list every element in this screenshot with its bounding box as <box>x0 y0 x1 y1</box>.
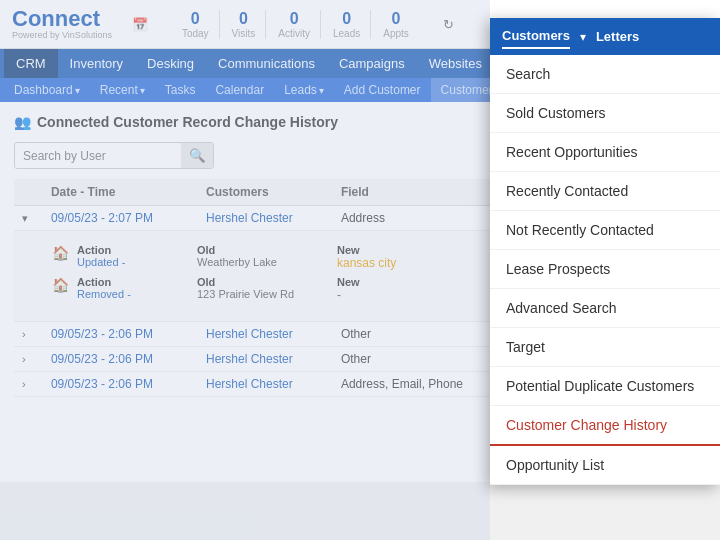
row-field: Other <box>333 347 514 372</box>
dropdown-item-target[interactable]: Target <box>490 328 720 367</box>
refresh-icon[interactable]: ↻ <box>443 17 454 32</box>
new-value: kansas city <box>337 256 477 270</box>
row-datetime[interactable]: 09/05/23 - 2:06 PM <box>43 322 198 347</box>
dropdown-item-customer-change-history[interactable]: Customer Change History <box>490 406 720 446</box>
dropdown-item-sold-customers[interactable]: Sold Customers <box>490 94 720 133</box>
nav-crm[interactable]: CRM <box>4 49 58 78</box>
dropdown-item-potential-duplicate-customers[interactable]: Potential Duplicate Customers <box>490 367 720 406</box>
dropdown-header-customers[interactable]: Customers <box>502 24 570 49</box>
nav-campaigns[interactable]: Campaigns <box>327 49 417 78</box>
home-icon: 🏠 <box>52 277 69 293</box>
page-title: Connected Customer Record Change History <box>37 114 338 130</box>
expand-btn[interactable]: › <box>22 378 26 390</box>
expand-btn[interactable]: › <box>22 328 26 340</box>
calendar-icon[interactable]: 📅 <box>132 17 148 32</box>
row-field: Address <box>333 206 514 231</box>
row-datetime[interactable]: 09/05/23 - 2:06 PM <box>43 347 198 372</box>
subnav-calendar[interactable]: Calendar <box>205 78 274 102</box>
search-input[interactable] <box>15 145 181 167</box>
search-button[interactable]: 🔍 <box>181 143 214 168</box>
col-field: Field <box>333 179 514 206</box>
col-datetime: Date - Time <box>43 179 198 206</box>
subnav-leads[interactable]: Leads <box>274 78 334 102</box>
action-col: Action Updated - <box>77 244 197 268</box>
dropdown-header: Customers▾Letters <box>490 18 720 55</box>
subnav-tasks[interactable]: Tasks <box>155 78 206 102</box>
stat-appts: 0Appts <box>373 10 419 39</box>
row-customer[interactable]: Hershel Chester <box>198 347 333 372</box>
stat-today: 0Today <box>172 10 220 39</box>
row-field: Other <box>333 322 514 347</box>
row-datetime[interactable]: 09/05/23 - 2:07 PM <box>43 206 198 231</box>
app-logo: Connect Powered by VinSolutions <box>12 8 112 40</box>
col-customers: Customers <box>198 179 333 206</box>
subnav-recent[interactable]: Recent <box>90 78 155 102</box>
stat-leads: 0Leads <box>323 10 371 39</box>
customers-dropdown: Customers▾Letters SearchSold CustomersRe… <box>490 18 720 485</box>
header-stats: 0Today0Visits0Activity0Leads0Appts <box>172 10 419 39</box>
stat-activity: 0Activity <box>268 10 321 39</box>
logo-sub-text: Powered by VinSolutions <box>12 30 112 40</box>
new-col: New - <box>337 276 477 302</box>
stat-visits: 0Visits <box>222 10 267 39</box>
nav-communications[interactable]: Communications <box>206 49 327 78</box>
nav-inventory[interactable]: Inventory <box>58 49 135 78</box>
dropdown-item-search[interactable]: Search <box>490 55 720 94</box>
logo-connect-text: Connect <box>12 8 112 30</box>
search-box[interactable]: 🔍 <box>14 142 214 169</box>
dropdown-item-advanced-search[interactable]: Advanced Search <box>490 289 720 328</box>
new-col: New kansas city <box>337 244 477 270</box>
people-icon: 👥 <box>14 114 31 130</box>
nav-websites[interactable]: Websites <box>417 49 494 78</box>
row-datetime[interactable]: 09/05/23 - 2:06 PM <box>43 372 198 397</box>
dropdown-item-recent-opportunities[interactable]: Recent Opportunities <box>490 133 720 172</box>
nav-desking[interactable]: Desking <box>135 49 206 78</box>
subnav-add-customer[interactable]: Add Customer <box>334 78 431 102</box>
row-customer[interactable]: Hershel Chester <box>198 206 333 231</box>
expand-btn[interactable]: › <box>22 353 26 365</box>
old-col: Old 123 Prairie View Rd <box>197 276 337 300</box>
subnav-dashboard[interactable]: Dashboard <box>4 78 90 102</box>
action-col: Action Removed - <box>77 276 197 300</box>
home-icon: 🏠 <box>52 245 69 261</box>
row-customer[interactable]: Hershel Chester <box>198 372 333 397</box>
dropdown-header-letters[interactable]: Letters <box>596 25 639 48</box>
col-expand <box>14 179 43 206</box>
dropdown-chevron-icon: ▾ <box>580 30 586 44</box>
new-value: - <box>337 288 477 302</box>
dropdown-item-recently-contacted[interactable]: Recently Contacted <box>490 172 720 211</box>
row-customer[interactable]: Hershel Chester <box>198 322 333 347</box>
row-field: Address, Email, Phone <box>333 372 514 397</box>
dropdown-item-lease-prospects[interactable]: Lease Prospects <box>490 250 720 289</box>
expand-btn[interactable]: ▾ <box>22 212 28 224</box>
dropdown-menu: SearchSold CustomersRecent Opportunities… <box>490 55 720 485</box>
old-col: Old Weatherby Lake <box>197 244 337 268</box>
dropdown-item-opportunity-list[interactable]: Opportunity List <box>490 446 720 485</box>
dropdown-item-not-recently-contacted[interactable]: Not Recently Contacted <box>490 211 720 250</box>
